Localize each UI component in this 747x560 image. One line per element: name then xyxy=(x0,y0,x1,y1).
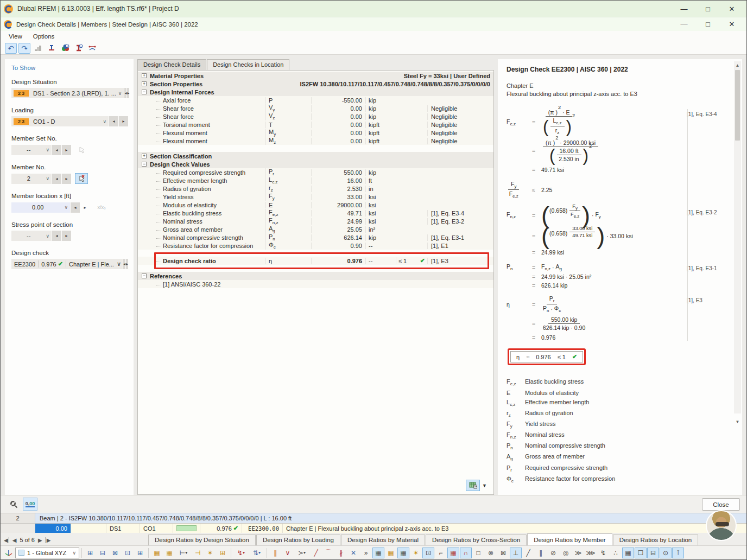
cad-toolbar-icon[interactable]: ⊟ xyxy=(647,548,659,558)
stress-point-select[interactable]: -- ∨ xyxy=(11,231,52,241)
table-row[interactable]: Resistance factor for compressionΦc0.90-… xyxy=(138,241,493,250)
table-row[interactable]: Radius of gyrationrz2.530in xyxy=(138,184,493,193)
expand-icon[interactable]: + xyxy=(142,154,147,158)
dialog-close-icon[interactable]: ✕ xyxy=(727,20,737,28)
report-scrollbar[interactable]: ▲ xyxy=(734,61,741,413)
tab-design-ratios-by-loading[interactable]: Design Ratios by Loading xyxy=(256,534,340,545)
cad-toolbar-icon[interactable]: ⊡ xyxy=(422,548,434,558)
design-check-select[interactable]: EE2300 0.976 ✔ Chapter E | Fle... ∨ xyxy=(11,259,123,269)
cad-toolbar-icon[interactable]: ∴ xyxy=(610,548,622,558)
prev-design-situation-button[interactable]: ◂ xyxy=(124,88,126,98)
adjust-filter-icon[interactable] xyxy=(46,43,58,54)
cad-toolbar-icon[interactable]: ⌒ xyxy=(322,548,334,558)
prev-loading-button[interactable]: ◂ xyxy=(109,116,118,126)
maximize-icon[interactable]: □ xyxy=(703,5,713,13)
cad-toolbar-icon[interactable]: □ xyxy=(472,548,484,558)
collapse-icon[interactable]: − xyxy=(142,273,147,278)
cad-toolbar-icon[interactable]: ╱ xyxy=(522,548,534,558)
cad-toolbar-icon[interactable]: ▦ xyxy=(622,548,634,558)
cad-toolbar-icon[interactable]: » xyxy=(360,548,372,558)
cad-toolbar-icon[interactable]: ⊘ xyxy=(547,548,559,558)
menu-view[interactable]: View xyxy=(4,32,27,41)
tab-design-ratios-by-cross-section[interactable]: Design Ratios by Cross-Section xyxy=(426,534,527,545)
cad-toolbar-icon[interactable]: ⊠ xyxy=(109,548,121,558)
table-row[interactable]: Modulus of elasticityE29000.00ksi xyxy=(138,201,493,209)
next-loading-button[interactable]: ▸ xyxy=(119,116,128,126)
next-stress-point-button[interactable]: ▸ xyxy=(62,231,71,241)
cad-toolbar-icon[interactable]: ⊗ xyxy=(485,548,497,558)
scroll-up-icon[interactable]: ▲ xyxy=(736,61,740,69)
prev-stress-point-button[interactable]: ◂ xyxy=(52,231,61,241)
design-situation-select[interactable]: 23 DS1 - Section 2.3 (LRFD), 1. ... ∨ xyxy=(11,88,124,98)
table-row[interactable]: Shear forceVz0.00kipNegligible xyxy=(138,112,493,120)
table-row[interactable]: Flexural momentMz0.00kipftNegligible xyxy=(138,137,493,145)
next-table-icon[interactable]: ▶ xyxy=(38,537,42,543)
cad-toolbar-icon[interactable]: ◎ xyxy=(560,548,572,558)
collapse-icon[interactable]: − xyxy=(142,90,147,94)
tab-design-ratios-by-material[interactable]: Design Ratios by Material xyxy=(341,534,425,545)
table-row[interactable]: Torsional momentT0.00kipftNegligible xyxy=(138,120,493,129)
cad-toolbar-icon[interactable]: ▦ xyxy=(151,548,163,558)
pick-member-icon[interactable] xyxy=(75,173,88,184)
cad-toolbar-icon[interactable]: ∦ xyxy=(335,548,347,558)
table-row[interactable]: Gross area of memberAg25.05in² xyxy=(138,225,493,233)
zoom-lock-icon[interactable] xyxy=(6,498,21,511)
cad-toolbar-icon[interactable]: ∥ xyxy=(535,548,547,558)
cad-toolbar-icon[interactable]: ✶ xyxy=(204,548,216,558)
cad-toolbar-icon[interactable]: ∩ xyxy=(460,548,472,558)
menu-options[interactable]: Options xyxy=(28,32,60,41)
tab-design-check-details[interactable]: Design Check Details xyxy=(137,59,206,70)
table-row[interactable]: Nominal stressFn,z24.99ksi[1], Eq. E3-2 xyxy=(138,217,493,225)
table-row[interactable]: Effective member lengthLc,z16.00ft xyxy=(138,176,493,184)
prev-table-icon[interactable]: ◀ xyxy=(12,537,17,543)
dialog-maximize-icon[interactable]: □ xyxy=(703,20,713,28)
next-member-set-button[interactable]: ▸ xyxy=(62,145,71,155)
tab-design-checks-in-location[interactable]: Design Checks in Location xyxy=(207,59,289,70)
cad-toolbar-icon[interactable]: ↯ xyxy=(597,548,609,558)
user-avatar[interactable] xyxy=(706,510,737,541)
table-row[interactable]: Nominal compressive strengthPn626.14kip[… xyxy=(138,233,493,241)
member-no-select[interactable]: 2 ∨ xyxy=(11,174,52,184)
prev-design-check-button[interactable]: ◂ xyxy=(123,259,125,269)
tab-design-ratios-by-member[interactable]: Design Ratios by Member xyxy=(527,533,612,545)
cad-toolbar-icon[interactable]: ⊙ xyxy=(660,548,672,558)
member-status-row[interactable]: 2 Beam | 2 - IS2FW 10.380/10.117/10.117/… xyxy=(1,513,746,523)
cad-toolbar-icon[interactable]: ⊡ xyxy=(122,548,134,558)
cad-toolbar-icon[interactable]: ⊞ xyxy=(134,548,146,558)
close-button[interactable]: Close xyxy=(702,498,740,511)
redo-icon[interactable]: ↷ xyxy=(18,43,30,54)
section-row[interactable]: −Design Internal Forces xyxy=(138,88,493,96)
prev-location-button[interactable]: ◂ xyxy=(71,202,80,213)
table-row[interactable]: Axial forceP-550.00kip xyxy=(138,96,493,104)
prev-member-set-button[interactable]: ◂ xyxy=(52,145,61,155)
cad-toolbar-icon[interactable]: ⊠ xyxy=(497,548,509,558)
export-table-icon[interactable] xyxy=(466,480,480,491)
result-status-row[interactable]: 0.00 DS1 CO1 0.976 ✔ EE2300.00 Chapter E… xyxy=(1,523,746,533)
collapse-icon[interactable]: − xyxy=(142,162,147,167)
cad-toolbar-icon[interactable]: ↯ ▾ xyxy=(233,548,249,558)
cad-toolbar-icon[interactable]: ✕ xyxy=(347,548,359,558)
cad-toolbar-icon[interactable]: ▦ xyxy=(447,548,459,558)
cad-toolbar-icon[interactable]: ⊞ xyxy=(217,548,229,558)
first-table-icon[interactable]: ◀ xyxy=(4,537,9,543)
next-location-button[interactable]: ▸ xyxy=(80,202,90,213)
cad-toolbar-icon[interactable]: ▦ xyxy=(372,548,384,558)
view-selector[interactable]: 1 - Global XYZ ∨ xyxy=(15,548,79,558)
cad-toolbar-icon[interactable]: ▦ xyxy=(163,548,175,558)
result-curve-icon[interactable] xyxy=(86,43,98,54)
cad-toolbar-icon[interactable]: ∨ xyxy=(282,548,294,558)
expand-icon[interactable]: + xyxy=(142,73,147,78)
scroll-down-icon[interactable]: ▼ xyxy=(734,418,741,425)
cad-toolbar-icon[interactable]: ╱ xyxy=(310,548,322,558)
cad-toolbar-icon[interactable]: ⌐ xyxy=(435,548,447,558)
color-scale-icon[interactable]: 0 xyxy=(59,43,71,54)
expand-icon[interactable]: + xyxy=(142,81,147,86)
cad-toolbar-icon[interactable]: ≻ ▾ xyxy=(294,548,309,558)
location-cell[interactable]: 0.00 xyxy=(35,524,71,533)
next-design-check-button[interactable]: ▸ xyxy=(126,259,128,269)
next-design-situation-button[interactable]: ▸ xyxy=(127,88,129,98)
cad-toolbar-icon[interactable]: ▦ xyxy=(385,548,397,558)
table-row[interactable]: Design check ratioη0.976--≤ 1✔[1], E3 xyxy=(138,257,493,265)
cad-toolbar-icon[interactable]: ⊺ xyxy=(672,548,684,558)
section-row[interactable]: +Section Classification xyxy=(138,152,493,160)
